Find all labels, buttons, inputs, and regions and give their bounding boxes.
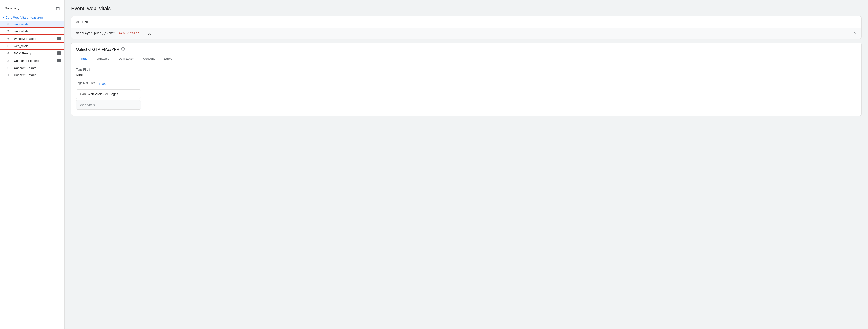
output-title: Output of GTM-PMZ5VPR ⓘ <box>76 47 857 52</box>
sidebar-item-2[interactable]: 6 Window Loaded <box>0 35 64 42</box>
tab-variables[interactable]: Variables <box>92 55 114 63</box>
sidebar-item-5[interactable]: 3 Container Loaded <box>0 57 64 64</box>
tags-not-fired-row: Tags Not Fired Hide <box>76 81 857 86</box>
item-num: 6 <box>7 37 12 40</box>
output-title-text: Output of GTM-PMZ5VPR <box>76 48 119 52</box>
item-label: Consent Default <box>14 73 61 77</box>
item-num: 8 <box>7 23 12 26</box>
sidebar-item-1[interactable]: 7 web_vitals <box>0 28 64 35</box>
not-fired-tag-1[interactable]: Web Vitals <box>76 100 141 110</box>
item-num: 3 <box>7 59 12 62</box>
api-call-code: dataLayer.push({event: "web_vitals", ...… <box>76 31 152 35</box>
tab-consent[interactable]: Consent <box>138 55 159 63</box>
output-header: Output of GTM-PMZ5VPR ⓘ <box>71 43 861 52</box>
tags-content: Tags Fired None Tags Not Fired Hide Core… <box>71 63 861 116</box>
item-label: DOM Ready <box>14 52 56 55</box>
sidebar-item-7[interactable]: 1 Consent Default <box>0 72 64 79</box>
sidebar: Summary ▤ ▼ Core Web Vitals measurem... … <box>0 0 65 329</box>
help-icon[interactable]: ⓘ <box>121 47 125 52</box>
item-num: 5 <box>7 44 12 48</box>
not-fired-tag-0[interactable]: Core Web Vitals - All Pages <box>76 89 141 99</box>
api-call-body: dataLayer.push({event: "web_vitals", ...… <box>71 28 861 39</box>
item-label: Container Loaded <box>14 59 56 62</box>
item-label: web_vitals <box>14 23 61 26</box>
sidebar-header: Summary ▤ <box>0 4 64 15</box>
item-num: 4 <box>7 52 12 55</box>
item-num: 2 <box>7 66 12 70</box>
tags-fired-label: Tags Fired <box>76 68 857 71</box>
item-label: web_vitals <box>14 30 61 33</box>
code-suffix: , ...}) <box>139 31 152 35</box>
item-label: Consent Update <box>14 66 61 70</box>
filter-icon[interactable]: ▤ <box>56 5 60 11</box>
sidebar-item-4[interactable]: 4 DOM Ready <box>0 50 64 57</box>
tab-tags[interactable]: Tags <box>76 55 92 63</box>
main-content: Event: web_vitals API Call dataLayer.pus… <box>65 0 868 329</box>
item-label: Window Loaded <box>14 37 56 40</box>
code-string: "web_vitals" <box>117 31 139 35</box>
event-icon <box>57 51 61 55</box>
page-title: Event: web_vitals <box>71 5 862 11</box>
event-icon <box>57 37 61 40</box>
sidebar-item-0[interactable]: 8 web_vitals <box>0 21 64 28</box>
tab-data-layer[interactable]: Data Layer <box>114 55 138 63</box>
api-call-label: API Call <box>71 17 861 28</box>
output-card: Output of GTM-PMZ5VPR ⓘ TagsVariablesDat… <box>71 43 862 116</box>
item-num: 1 <box>7 73 12 77</box>
tabs-bar: TagsVariablesData LayerConsentErrors <box>71 55 861 63</box>
api-call-card: API Call dataLayer.push({event: "web_vit… <box>71 16 862 39</box>
tags-not-fired-label: Tags Not Fired <box>76 81 96 85</box>
event-icon <box>57 59 61 62</box>
item-num: 7 <box>7 30 12 33</box>
item-label: web_vitals <box>14 44 61 48</box>
sidebar-group-label: Core Web Vitals measurem... <box>5 16 46 19</box>
sidebar-item-3[interactable]: 5 web_vitals <box>0 42 64 50</box>
sidebar-items: 8 web_vitals 7 web_vitals 6 Window Loade… <box>0 21 64 79</box>
sidebar-title: Summary <box>5 6 20 10</box>
code-prefix: dataLayer.push({event: <box>76 31 117 35</box>
tab-errors[interactable]: Errors <box>159 55 177 63</box>
sidebar-group[interactable]: ▼ Core Web Vitals measurem... <box>0 15 64 21</box>
not-fired-tags: Core Web Vitals - All PagesWeb Vitals <box>76 89 857 110</box>
expand-icon[interactable]: ∨ <box>854 31 857 35</box>
tags-fired-none: None <box>76 73 857 77</box>
chevron-down-icon: ▼ <box>2 16 5 19</box>
hide-link[interactable]: Hide <box>99 82 106 86</box>
sidebar-item-6[interactable]: 2 Consent Update <box>0 64 64 72</box>
